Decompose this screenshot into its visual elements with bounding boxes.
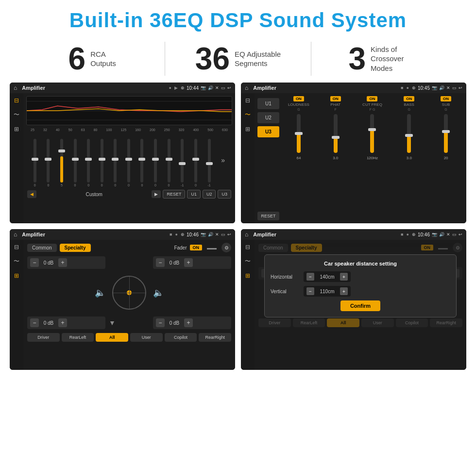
xover-sidebar-wave-icon[interactable]: 〜 — [245, 111, 251, 119]
home-icon[interactable]: ⌂ — [14, 84, 17, 91]
eq-u3-btn[interactable]: U3 — [218, 190, 231, 199]
slider-thumb-9[interactable] — [152, 158, 159, 161]
eq-back-icon[interactable]: ↩ — [227, 85, 231, 90]
slider-track-12[interactable] — [194, 139, 197, 183]
slider-track-6[interactable] — [114, 139, 117, 183]
eq-more-icon[interactable]: » — [221, 156, 225, 164]
slider-thumb-7[interactable] — [125, 158, 132, 161]
vol-plus-tr[interactable]: + — [184, 258, 193, 267]
slider-thumb-10[interactable] — [166, 158, 172, 161]
vol-plus-br[interactable]: + — [184, 318, 193, 327]
slider-thumb-11[interactable] — [179, 162, 186, 165]
slider-track-9[interactable] — [154, 139, 157, 183]
slider-thumb-3[interactable] — [72, 158, 79, 161]
slider-thumb-0[interactable] — [32, 158, 38, 161]
eq-u1-btn[interactable]: U1 — [187, 190, 201, 199]
xover-cutfreq-slider[interactable] — [370, 114, 374, 153]
eq-x-icon[interactable]: ✕ — [215, 85, 219, 90]
eq-sidebar-eq-icon[interactable]: ⊟ — [14, 97, 19, 104]
eq-sidebar-wave-icon[interactable]: 〜 — [14, 111, 19, 119]
dist-horiz-minus[interactable]: − — [306, 273, 314, 281]
vol-plus-tl[interactable]: + — [58, 258, 67, 267]
fader-driver-btn[interactable]: Driver — [27, 333, 60, 342]
fader-sidebar-eq-icon[interactable]: ⊟ — [14, 244, 19, 250]
dist-sidebar-split-icon[interactable]: ⊞ — [245, 272, 250, 279]
slider-track-0[interactable] — [34, 139, 36, 183]
xover-cutfreq-badge[interactable]: ON — [367, 96, 377, 101]
dist-common-tab[interactable]: Common — [258, 244, 288, 252]
dist-vert-minus[interactable]: − — [306, 287, 314, 295]
slider-track-11[interactable] — [181, 139, 184, 183]
xover-loudness-slider[interactable] — [297, 114, 301, 153]
fader-crosshair[interactable] — [107, 271, 151, 315]
fader-specialty-tab[interactable]: Specialty — [60, 244, 91, 252]
vol-minus-tr[interactable]: − — [156, 258, 165, 267]
fader-sidebar-wave-icon[interactable]: 〜 — [14, 257, 19, 266]
dist-vert-plus[interactable]: + — [340, 287, 348, 295]
fader-settings-icon[interactable]: ⚙ — [221, 243, 231, 252]
slider-track-8[interactable] — [140, 139, 143, 183]
dist-home-icon[interactable]: ⌂ — [245, 231, 248, 238]
dist-confirm-button[interactable]: Confirm — [340, 300, 380, 311]
eq-rect-icon[interactable]: ▭ — [221, 85, 225, 90]
fader-sidebar-split-icon[interactable]: ⊞ — [14, 272, 19, 279]
fader-rect-icon[interactable]: ▭ — [221, 232, 225, 237]
xover-loudness-badge[interactable]: ON — [293, 96, 304, 101]
fader-rearleft-btn[interactable]: RearLeft — [62, 333, 94, 342]
xover-bass-slider[interactable] — [407, 114, 411, 153]
slider-thumb-1[interactable] — [45, 158, 51, 161]
slider-thumb-5[interactable] — [99, 158, 105, 161]
xover-u3-btn[interactable]: U3 — [257, 126, 279, 137]
xover-u1-btn[interactable]: U1 — [257, 98, 279, 109]
slider-track-13[interactable] — [208, 139, 211, 183]
eq-next-btn[interactable]: ▶ — [152, 190, 161, 198]
slider-track-10[interactable] — [168, 139, 170, 183]
eq-u2-btn[interactable]: U2 — [203, 190, 216, 199]
xover-home-icon[interactable]: ⌂ — [245, 84, 248, 91]
xover-reset-btn[interactable]: RESET — [257, 212, 279, 220]
fader-home-icon[interactable]: ⌂ — [14, 231, 17, 238]
slider-thumb-2[interactable] — [58, 150, 65, 152]
dist-sidebar-wave-icon[interactable]: 〜 — [245, 257, 251, 266]
dist-x-icon[interactable]: ✕ — [446, 232, 450, 237]
fader-x-icon[interactable]: ✕ — [215, 232, 219, 237]
fader-user-btn[interactable]: User — [130, 333, 163, 342]
dist-specialty-tab[interactable]: Specialty — [291, 244, 322, 252]
fader-back-icon[interactable]: ↩ — [227, 232, 231, 237]
vol-minus-br[interactable]: − — [156, 318, 165, 327]
slider-track-3[interactable] — [74, 139, 77, 183]
dist-back-icon[interactable]: ↩ — [459, 232, 462, 237]
xover-sub-slider[interactable] — [444, 114, 448, 153]
vol-minus-bl[interactable]: − — [30, 318, 39, 327]
xover-x-icon[interactable]: ✕ — [446, 85, 450, 90]
dist-sidebar-eq-icon[interactable]: ⊟ — [245, 244, 250, 250]
fader-rearright-btn[interactable]: RearRight — [199, 333, 231, 342]
dist-rect-icon[interactable]: ▭ — [452, 232, 457, 237]
eq-reset-btn[interactable]: RESET — [163, 190, 185, 199]
xover-bass-badge[interactable]: ON — [404, 96, 414, 101]
slider-thumb-4[interactable] — [85, 158, 92, 161]
slider-thumb-8[interactable] — [138, 158, 145, 161]
slider-track-2[interactable] — [60, 139, 63, 183]
fader-copilot-btn[interactable]: Copilot — [165, 333, 197, 342]
fader-all-btn[interactable]: All — [96, 333, 128, 342]
fader-common-tab[interactable]: Common — [27, 244, 57, 252]
slider-thumb-13[interactable] — [206, 162, 213, 165]
xover-sidebar-split-icon[interactable]: ⊞ — [245, 126, 250, 133]
xover-phat-badge[interactable]: ON — [330, 96, 341, 101]
slider-track-5[interactable] — [101, 139, 103, 183]
slider-thumb-6[interactable] — [112, 158, 119, 161]
xover-back-icon[interactable]: ↩ — [459, 85, 462, 90]
xover-sub-badge[interactable]: ON — [441, 96, 451, 101]
xover-u2-btn[interactable]: U2 — [257, 112, 279, 123]
xover-sidebar-eq-icon[interactable]: ⊟ — [245, 97, 250, 104]
slider-track-1[interactable] — [47, 139, 50, 183]
vol-plus-bl[interactable]: + — [58, 318, 67, 327]
slider-thumb-12[interactable] — [192, 158, 199, 161]
xover-rect-icon[interactable]: ▭ — [452, 85, 457, 90]
eq-prev-btn[interactable]: ◀ — [27, 190, 36, 198]
dist-horiz-plus[interactable]: + — [340, 273, 348, 281]
eq-sidebar-split-icon[interactable]: ⊞ — [14, 126, 19, 133]
slider-track-7[interactable] — [127, 139, 130, 183]
slider-track-4[interactable] — [87, 139, 90, 183]
